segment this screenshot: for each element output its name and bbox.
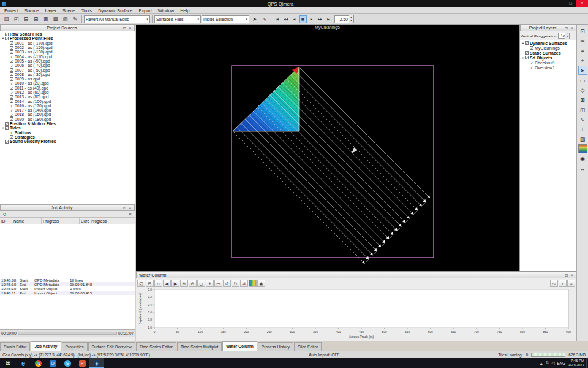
zoom-in-icon[interactable]: ⊕: [180, 280, 188, 287]
pause-button[interactable]: ▮▮: [299, 15, 307, 23]
open-project-icon[interactable]: ◰: [12, 15, 21, 23]
source-item-0017-as-140-qpd[interactable]: ✓0017 - as (140).qpd: [0, 108, 135, 112]
pan-icon[interactable]: ↔: [578, 164, 587, 173]
language-indicator[interactable]: ENG: [557, 361, 565, 366]
checkbox[interactable]: ✓: [5, 140, 9, 144]
view-tab-process-history[interactable]: Process History: [258, 342, 293, 351]
wave-icon[interactable]: ∿: [550, 280, 558, 287]
speed-spinner[interactable]: 2.50▴▾: [334, 15, 354, 23]
view-tab-time-series-multiplot[interactable]: Time Series Multiplot: [177, 342, 222, 351]
source-item-position-motion-files[interactable]: ✓Position & Motion Files: [0, 121, 135, 126]
source-item-0003-as-130-qpd[interactable]: ✓0003 - as (-130).qpd: [0, 50, 135, 54]
layer-item-mycleaning5[interactable]: ✓MyCleaning5: [520, 45, 576, 50]
start-button[interactable]: ⊞: [0, 358, 16, 368]
spin-down-icon[interactable]: ▾: [565, 36, 569, 39]
back-icon[interactable]: ◀: [163, 280, 171, 287]
checkbox[interactable]: ✓: [10, 41, 13, 45]
menu-layer[interactable]: Layer: [42, 8, 59, 13]
source-item-0013-as-80-qpd[interactable]: ✓0013 - as (80).qpd: [0, 94, 135, 99]
source-item-strategies[interactable]: ✓Strategies: [0, 135, 135, 139]
source-item-0014-as-100-qpd[interactable]: ✓0014 - as (100).qpd: [0, 99, 135, 103]
redo-icon[interactable]: ↻: [232, 280, 239, 287]
select-poly-icon[interactable]: ◇: [578, 85, 587, 94]
source-item-0002-as-150-qpd[interactable]: ✓0002 - as (-150).qpd: [0, 45, 135, 50]
powerpoint-icon[interactable]: P: [75, 358, 89, 368]
checkbox[interactable]: ✓: [10, 82, 13, 85]
step-forward-button[interactable]: ▶: [307, 15, 315, 23]
profile-icon[interactable]: ∿: [578, 115, 587, 124]
layer-item-overview1[interactable]: ✓Overview1: [520, 65, 576, 70]
home-icon[interactable]: ⌂: [154, 280, 162, 287]
source-item-0020-as-180-qpd[interactable]: ✓0020 - as (180).qpd: [0, 117, 135, 121]
menu-export[interactable]: Export: [135, 8, 154, 13]
source-item-0001-as-170-qpd[interactable]: ✓0001 - as (-170).qpd: [0, 41, 135, 45]
rewind-button[interactable]: ◀◀: [282, 15, 290, 23]
menu-scene[interactable]: Scene: [59, 8, 78, 13]
zoom-box-icon[interactable]: ◻: [197, 280, 205, 287]
checkbox[interactable]: ✓: [10, 46, 13, 50]
select-rect-icon[interactable]: ▭: [578, 75, 587, 85]
log-row[interactable]: 19:46:11EndImport Object00:00:00.415: [0, 291, 135, 295]
step-back-button[interactable]: ◀: [290, 15, 298, 23]
camera-icon[interactable]: ◉: [257, 280, 265, 287]
maximize-button[interactable]: □: [565, 0, 576, 7]
edge-icon[interactable]: e: [16, 358, 31, 368]
tray-expand-icon[interactable]: ▲: [540, 361, 543, 366]
source-item-stations[interactable]: ✓Stations: [0, 131, 135, 135]
first-button[interactable]: |◀: [273, 15, 281, 23]
float-panel-icon[interactable]: ⊡: [122, 205, 127, 210]
checkbox[interactable]: ✓: [10, 86, 13, 90]
save-icon[interactable]: ⊟: [146, 280, 154, 287]
qimera-icon[interactable]: ◈: [89, 358, 104, 368]
close-panel-icon[interactable]: ×: [569, 26, 575, 30]
checkbox[interactable]: ✓: [530, 66, 533, 69]
dock-tab-swath-editor[interactable]: Swath Editor: [0, 342, 30, 351]
layer-item-dynamic-surfaces[interactable]: ▾✓Dynamic Surfaces: [520, 40, 576, 45]
pan-icon[interactable]: +: [206, 280, 214, 287]
minimize-button[interactable]: —: [553, 0, 565, 7]
source-item-raw-sonar-files[interactable]: ✓Raw Sonar Files: [0, 32, 135, 36]
crosshair-icon[interactable]: +: [578, 56, 587, 65]
link-icon[interactable]: ⇄: [240, 280, 248, 287]
source-item-0009-as-qpd[interactable]: ✓0009 - as.qpd: [0, 77, 135, 81]
surface-files-dropdown[interactable]: Surface's Files▾: [154, 15, 201, 23]
clock[interactable]: 7:46 PM3/21/2017: [568, 359, 584, 367]
pointer-icon[interactable]: ➤: [250, 15, 259, 23]
checkbox[interactable]: ✓: [5, 122, 9, 126]
network-icon[interactable]: ⇅: [546, 361, 549, 366]
pointer-icon[interactable]: ➤: [578, 66, 587, 75]
checkbox[interactable]: ✓: [10, 135, 13, 139]
checkbox[interactable]: ✓: [10, 113, 13, 117]
checkbox[interactable]: ✓: [10, 109, 13, 112]
timeline-slider[interactable]: [18, 332, 117, 335]
undo-icon[interactable]: ↺: [223, 280, 231, 287]
source-item-0018-as-160-qpd[interactable]: ✓0018 - as (160).qpd: [0, 112, 135, 117]
select-icon[interactable]: ▭: [214, 280, 222, 287]
dock-tab-surface-edit-overview[interactable]: Surface Edit Overview: [88, 342, 135, 351]
spin-down-icon[interactable]: ▾: [349, 19, 353, 23]
scene-view[interactable]: MyCleaning5: [136, 25, 519, 271]
checkbox[interactable]: ✓: [10, 72, 13, 76]
checkbox[interactable]: ✓: [530, 61, 533, 64]
cut-icon[interactable]: ✂: [578, 36, 587, 45]
checkbox[interactable]: ✓: [525, 51, 529, 55]
menu-dynamic-surface[interactable]: Dynamic Surface: [95, 8, 135, 13]
job-activity-log[interactable]: 19:46:08StartQPD Metadata18 lines19:46:1…: [0, 277, 135, 329]
close-panel-icon[interactable]: ×: [127, 26, 133, 30]
source-item-processed-point-files[interactable]: ▾✓Processed Point Files: [0, 36, 135, 40]
checkbox[interactable]: ✓: [10, 59, 13, 63]
static-surface-icon[interactable]: ▧: [61, 15, 70, 23]
log-row[interactable]: 19:46:10StartImport Object0 lines: [0, 286, 135, 291]
target-icon[interactable]: ⌖: [578, 46, 587, 55]
source-item-tides[interactable]: ▾✓Tides: [0, 126, 135, 130]
checkbox[interactable]: ✓: [10, 55, 13, 58]
dock-icon[interactable]: ⊡: [578, 26, 587, 36]
source-item-0007-as-50-qpd[interactable]: ✓0007 - as (-50).qpd: [0, 67, 135, 72]
checkbox[interactable]: ✓: [525, 56, 529, 59]
close-panel-icon[interactable]: ×: [127, 205, 133, 210]
close-button[interactable]: ×: [576, 0, 588, 7]
checkbox[interactable]: ✓: [530, 46, 533, 50]
checkbox[interactable]: ✓: [10, 95, 13, 99]
checkbox[interactable]: ✓: [10, 77, 13, 81]
menu-project[interactable]: Project: [1, 8, 21, 13]
